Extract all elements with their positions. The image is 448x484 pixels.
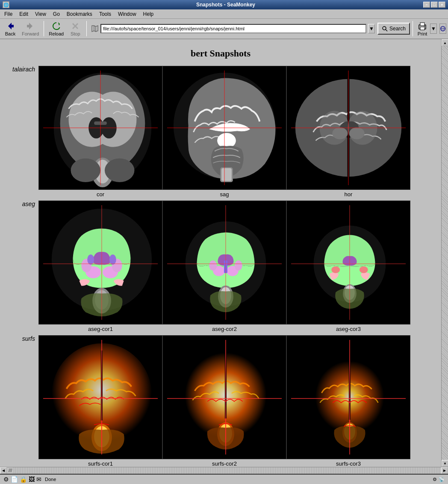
main-area: bert Snapshots talairach: [0, 39, 448, 484]
aseg-image-row: aseg-cor1: [38, 201, 437, 333]
talairach-cor-image[interactable]: [38, 66, 162, 190]
talairach-sag-caption: sag: [220, 190, 229, 199]
menu-edit[interactable]: Edit: [17, 10, 31, 18]
forward-button[interactable]: Forward: [20, 20, 41, 38]
aseg-cor2-cell: aseg-cor2: [162, 201, 286, 333]
svg-point-29: [105, 159, 135, 183]
menu-tools[interactable]: Tools: [97, 10, 114, 18]
svg-marker-4: [58, 22, 60, 26]
horizontal-scrollbar[interactable]: ◀ /// ▶: [0, 467, 448, 474]
talairach-hor-svg: [287, 66, 410, 189]
svg-rect-13: [420, 23, 424, 26]
surfs-cor1-image[interactable]: [38, 335, 162, 459]
window-controls: − □ ×: [423, 2, 445, 8]
talairach-section: talairach: [4, 66, 437, 199]
surfs-cor3-svg: [287, 336, 410, 459]
talairach-label: talairach: [4, 66, 38, 73]
status-icon-2: 📄: [11, 476, 18, 483]
surfs-cor1-caption: surfs-cor1: [88, 459, 113, 467]
talairach-sag-cell: sag: [162, 66, 286, 199]
page-content: bert Snapshots talairach: [0, 39, 441, 467]
talairach-hor-image[interactable]: [286, 66, 410, 190]
stop-icon: [70, 21, 80, 31]
surfs-image-row: surfs-cor1: [38, 335, 437, 467]
minimize-button[interactable]: −: [423, 2, 430, 8]
scrollbar-track[interactable]: [442, 46, 448, 460]
talairach-images: cor: [38, 66, 437, 199]
aseg-cor2-svg: [163, 201, 286, 324]
aseg-cor1-cell: aseg-cor1: [38, 201, 162, 333]
svg-point-65: [235, 260, 242, 271]
talairach-hor-caption: hor: [345, 190, 353, 199]
scroll-left-button[interactable]: ◀: [0, 467, 7, 474]
surfs-cor3-image[interactable]: [286, 335, 410, 459]
globe-icon: [440, 24, 446, 33]
aseg-images: aseg-cor1: [38, 201, 437, 333]
aseg-cor2-image[interactable]: [162, 201, 286, 325]
talairach-cor-svg: [39, 66, 162, 189]
print-button[interactable]: Print: [416, 20, 429, 37]
svg-rect-1: [11, 25, 14, 27]
aseg-cor3-image[interactable]: [286, 201, 410, 325]
talairach-sag-image[interactable]: [162, 66, 286, 190]
address-dropdown-button[interactable]: ▼: [368, 24, 375, 33]
menu-help[interactable]: Help: [141, 10, 156, 18]
globe-button[interactable]: [439, 24, 446, 34]
status-icon-5: ✉: [36, 476, 41, 483]
aseg-cor3-cell: aseg-cor3: [286, 201, 410, 333]
vertical-scrollbar[interactable]: ▲ ▼: [441, 39, 448, 467]
title-bar: 🌐 Snapshots - SeaMonkey − □ ×: [0, 0, 448, 9]
toolbar-separator-1: [44, 21, 44, 36]
aseg-cor3-svg: [287, 201, 410, 324]
stop-button[interactable]: Stop: [67, 20, 84, 38]
forward-icon: [25, 21, 35, 31]
resize-handle: ///: [7, 468, 14, 473]
aseg-label: aseg: [4, 201, 38, 207]
menu-bookmarks[interactable]: Bookmarks: [64, 10, 95, 18]
scroll-up-button[interactable]: ▲: [442, 39, 448, 46]
aseg-cor1-svg: [39, 201, 162, 324]
surfs-cor2-caption: surfs-cor2: [212, 459, 237, 467]
hscroll-track[interactable]: [14, 467, 441, 474]
menu-file[interactable]: File: [2, 10, 15, 18]
svg-line-10: [386, 30, 387, 31]
svg-point-73: [331, 266, 340, 273]
svg-point-44: [332, 127, 348, 139]
status-right-icon-1: ⚙: [433, 477, 437, 482]
surfs-cor1-cell: surfs-cor1: [38, 335, 162, 467]
svg-rect-36: [221, 168, 232, 181]
menu-view[interactable]: View: [32, 10, 49, 18]
search-icon: [382, 26, 388, 32]
status-right-icons: ⚙ 📡: [433, 477, 445, 482]
page-title: bert Snapshots: [4, 48, 437, 59]
address-input[interactable]: [100, 24, 366, 33]
status-text: Done: [45, 477, 429, 482]
scroll-down-button[interactable]: ▼: [442, 460, 448, 467]
surfs-cor3-caption: surfs-cor3: [336, 459, 361, 467]
reload-button[interactable]: Reload: [47, 20, 66, 38]
aseg-cor1-image[interactable]: [38, 201, 162, 325]
scroll-right-button[interactable]: ▶: [441, 467, 448, 474]
surfs-images: surfs-cor1: [38, 335, 437, 467]
talairach-cor-caption: cor: [97, 190, 104, 199]
menu-go[interactable]: Go: [50, 10, 62, 18]
maximize-button[interactable]: □: [431, 2, 438, 8]
toolbar-dropdown-button[interactable]: ▼: [430, 24, 437, 34]
svg-point-64: [209, 260, 217, 271]
address-bar: ▼: [89, 21, 377, 36]
surfs-cor2-image[interactable]: [162, 335, 286, 459]
toolbar-separator-2: [86, 21, 87, 36]
surfs-label: surfs: [4, 335, 38, 342]
aseg-section: aseg: [4, 201, 437, 333]
svg-marker-2: [29, 23, 32, 30]
status-icon-3: 🔒: [20, 476, 27, 483]
close-button[interactable]: ×: [439, 2, 445, 8]
status-icons: ⚙ 📄 🔒 🖼 ✉: [3, 476, 41, 483]
reload-icon: [51, 21, 62, 31]
menu-window[interactable]: Window: [115, 10, 139, 18]
print-icon: [417, 21, 427, 31]
back-button[interactable]: Back: [2, 20, 19, 38]
surfs-cor1-svg: [39, 336, 162, 459]
search-button[interactable]: Search: [377, 23, 410, 35]
svg-marker-0: [8, 23, 12, 30]
